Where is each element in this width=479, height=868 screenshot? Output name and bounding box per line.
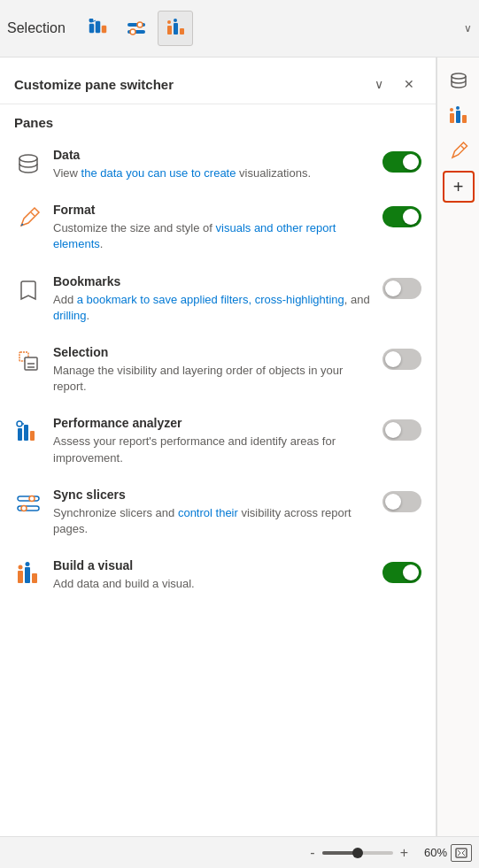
bookmarks-pane-content: Bookmarks Add a bookmark to save applied… [53, 274, 372, 324]
right-sidebar: + [437, 58, 479, 868]
svg-point-33 [452, 73, 466, 79]
panel-close-btn[interactable]: ✕ [397, 72, 421, 96]
sync-slicers-pane-toggle[interactable] [382, 491, 421, 512]
format-pane-toggle[interactable] [382, 206, 421, 227]
sidebar-build-visual-btn[interactable] [443, 100, 475, 132]
format-pane-desc: Customize the size and style of visuals … [53, 220, 372, 252]
build-visual-pane-desc: Add data and build a visual. [53, 576, 372, 592]
selection-pane-content: Selection Manage the visibility and laye… [53, 345, 372, 395]
pane-item-performance: Performance analyzer Assess your report'… [4, 405, 432, 476]
top-bar-title: Selection [7, 20, 66, 36]
svg-rect-35 [456, 111, 460, 123]
svg-rect-0 [89, 24, 94, 33]
svg-point-3 [89, 19, 93, 23]
pane-item-data: Data View the data you can use to create… [4, 137, 432, 192]
build-visual-pane-icon [14, 560, 42, 588]
panel-header-title: Customize pane switcher [14, 77, 174, 92]
svg-point-38 [456, 106, 460, 110]
svg-point-31 [19, 565, 23, 570]
data-pane-content: Data View the data you can use to create… [53, 148, 372, 181]
performance-analyzer-icon[interactable] [80, 11, 115, 46]
svg-point-13 [174, 19, 177, 22]
bookmarks-pane-desc: Add a bookmark to save applied filters, … [53, 292, 372, 324]
svg-rect-36 [462, 115, 467, 123]
sync-slicers-icon[interactable] [119, 11, 154, 46]
performance-pane-desc: Assess your report's performance and ide… [53, 434, 372, 465]
format-pane-content: Format Customize the size and style of v… [53, 203, 372, 252]
data-pane-desc: View the data you can use to create visu… [53, 165, 372, 181]
data-pane-icon [14, 150, 42, 178]
svg-point-14 [19, 155, 37, 162]
format-pane-name: Format [53, 203, 372, 217]
panes-section-label: Panes [0, 104, 436, 137]
panel-header-actions: ∨ ✕ [367, 72, 421, 96]
pane-item-selection: Selection Manage the visibility and laye… [4, 334, 432, 405]
top-bar: Selection ∨ [0, 0, 479, 58]
build-visual-icon[interactable] [158, 11, 193, 46]
bookmarks-pane-name: Bookmarks [53, 274, 372, 288]
svg-rect-21 [30, 431, 35, 441]
build-visual-pane-content: Build a visual Add data and build a visu… [53, 558, 372, 592]
selection-pane-name: Selection [53, 345, 372, 359]
selection-pane-desc: Manage the visibility and layering order… [53, 363, 372, 395]
data-pane-toggle[interactable] [382, 151, 421, 173]
performance-pane-toggle[interactable] [382, 419, 421, 441]
selection-pane-toggle[interactable] [382, 349, 421, 370]
pane-items-list: Data View the data you can use to create… [0, 137, 436, 868]
pane-item-bookmarks: Bookmarks Add a bookmark to save applied… [4, 264, 432, 334]
svg-rect-30 [32, 573, 37, 583]
svg-point-8 [130, 29, 135, 35]
pane-item-format: Format Customize the size and style of v… [4, 192, 432, 263]
bookmarks-pane-toggle[interactable] [382, 278, 421, 299]
sync-slicers-pane-content: Sync slicers Synchronize slicers and con… [53, 488, 372, 537]
format-pane-icon [14, 204, 42, 233]
panel-collapse-btn[interactable]: ∨ [367, 72, 391, 96]
add-pane-btn[interactable]: + [443, 171, 475, 203]
svg-rect-34 [450, 113, 454, 123]
performance-pane-icon [14, 418, 42, 446]
svg-point-12 [167, 20, 171, 24]
sync-slicers-pane-desc: Synchronize slicers and control their vi… [53, 505, 372, 537]
svg-point-22 [17, 421, 22, 426]
svg-rect-11 [180, 28, 184, 35]
svg-point-37 [450, 108, 453, 111]
performance-pane-name: Performance analyzer [53, 416, 372, 430]
svg-rect-29 [25, 567, 30, 583]
zoom-slider[interactable] [322, 851, 393, 855]
svg-rect-24 [18, 496, 39, 501]
build-visual-pane-toggle[interactable] [382, 562, 421, 583]
performance-pane-content: Performance analyzer Assess your report'… [53, 416, 372, 465]
bottom-bar: - + 60% [0, 836, 479, 868]
svg-rect-10 [174, 23, 178, 35]
svg-rect-20 [24, 425, 28, 441]
zoom-minus-btn[interactable]: - [306, 845, 318, 861]
svg-point-32 [26, 562, 30, 566]
build-visual-pane-name: Build a visual [53, 558, 372, 572]
fit-page-btn[interactable] [451, 844, 472, 862]
zoom-plus-btn[interactable]: + [397, 845, 412, 861]
zoom-percent: 60% [415, 846, 447, 859]
sidebar-format-btn[interactable] [443, 135, 475, 167]
sync-slicers-pane-name: Sync slicers [53, 488, 372, 502]
svg-rect-19 [18, 428, 22, 441]
svg-point-26 [29, 495, 35, 501]
main-layout: Customize pane switcher ∨ ✕ Panes [0, 58, 479, 868]
zoom-controls: - + 60% [306, 844, 472, 862]
panel-header: Customize pane switcher ∨ ✕ [0, 58, 436, 104]
pane-item-build-visual: Build a visual Add data and build a visu… [4, 548, 432, 603]
svg-rect-28 [18, 571, 23, 583]
bookmarks-pane-icon [14, 276, 42, 304]
collapse-chevron[interactable]: ∨ [464, 22, 472, 35]
svg-rect-40 [456, 849, 467, 857]
sync-slicers-pane-icon [14, 489, 42, 518]
svg-rect-9 [167, 26, 172, 35]
svg-point-27 [21, 505, 27, 511]
selection-pane-icon [14, 347, 42, 375]
svg-point-7 [137, 22, 143, 27]
pane-item-sync-slicers: Sync slicers Synchronize slicers and con… [4, 477, 432, 548]
data-pane-name: Data [53, 148, 372, 162]
svg-rect-2 [102, 26, 106, 33]
svg-rect-1 [96, 21, 100, 33]
customize-pane-panel: Customize pane switcher ∨ ✕ Panes [0, 58, 437, 868]
sidebar-data-btn[interactable] [443, 65, 475, 96]
